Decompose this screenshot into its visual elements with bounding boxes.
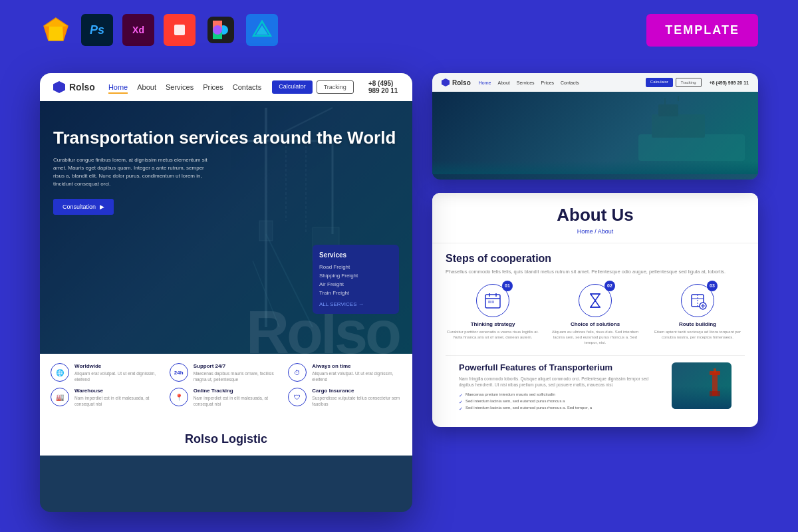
insurance-title: Cargo Insurance <box>312 388 402 394</box>
right-calculator-btn[interactable]: Calculator <box>646 78 673 87</box>
svg-marker-2 <box>44 26 49 41</box>
left-nav-logo: Rolso <box>53 81 95 93</box>
right-nav-about[interactable]: About <box>497 80 509 85</box>
right-nav-links: Home About Services Prices Contacts <box>479 80 579 85</box>
support-icon: 24h <box>170 363 188 382</box>
svg-marker-3 <box>63 26 68 41</box>
step-1-desc: Curabitur porttitor venenatis a veena ri… <box>446 329 540 340</box>
lighthouse-icon <box>703 366 726 399</box>
services-card: Services Road Freight Shipping Freight A… <box>313 245 399 314</box>
hero-title: Transportation services around the World <box>53 128 399 148</box>
time-icon: ⏱ <box>288 363 307 382</box>
calendar-icon <box>483 291 502 310</box>
nav-services[interactable]: Services <box>166 83 194 91</box>
nav-home[interactable]: Home <box>108 83 128 91</box>
service-air[interactable]: Air Freight <box>319 280 392 289</box>
step-3-desc: Etiam aptent taciti sociosqu ad litora t… <box>650 329 745 340</box>
step-3-title: Route building <box>650 321 745 327</box>
powerful-image <box>672 362 732 409</box>
template-badge: TEMPLATE <box>646 14 758 47</box>
features-grid: 🌐 Worldwide Aliquam erat volutpat. Ut ut… <box>51 363 402 407</box>
affinity-icon[interactable] <box>246 14 278 46</box>
svg-rect-47 <box>714 368 716 372</box>
bottom-section: Rolso Logistic <box>40 416 412 456</box>
breadcrumb-about: About <box>598 228 614 235</box>
photoshop-icon[interactable]: Ps <box>81 14 113 46</box>
svg-marker-4 <box>49 27 63 41</box>
right-brand: Rolso <box>452 79 471 86</box>
adobe-xd-icon[interactable]: Xd <box>122 14 154 46</box>
warehouse-icon: 🏭 <box>51 388 69 406</box>
svg-rect-27 <box>658 104 678 116</box>
sketch-icon[interactable] <box>40 14 72 46</box>
svg-rect-23 <box>259 221 273 241</box>
nav-buttons: Calculator Tracking <box>272 80 354 94</box>
about-card: About Us Home / About Steps of cooperati… <box>432 193 758 427</box>
step-2-icon-wrap: 02 <box>579 284 612 317</box>
tracking-button[interactable]: Tracking <box>317 80 354 94</box>
right-nav-home[interactable]: Home <box>479 80 491 85</box>
worldwide-desc: Aliquam erat volutpat. Ut ut erat dignis… <box>74 370 164 382</box>
powerful-item-2: Sed interdum lacinia sem, sed euismod pu… <box>459 398 662 405</box>
feature-tracking: 📍 Online Tracking Nam imperdiet est in e… <box>170 388 283 407</box>
about-header: About Us Home / About <box>432 193 758 243</box>
nav-phone: +8 (495) 989 20 11 <box>368 80 399 94</box>
svg-rect-5 <box>174 25 185 35</box>
steps-grid: 01 Thinking strategy <box>446 284 745 346</box>
about-title: About Us <box>446 205 745 225</box>
worldwide-title: Worldwide <box>74 363 164 369</box>
support-title: Support 24/7 <box>194 363 283 369</box>
all-services-link[interactable]: ALL SERVICES → <box>319 301 392 307</box>
step-3-number: 03 <box>707 281 718 291</box>
about-left-content: Steps of cooperation Phasellus commodo f… <box>446 253 745 418</box>
tool-icons-group: Ps Xd <box>40 14 278 46</box>
svg-rect-48 <box>710 391 720 396</box>
nav-contacts[interactable]: Contacts <box>233 83 261 91</box>
step-2-title: Choice of solutions <box>548 321 642 327</box>
right-nav-btns: Calculator Tracking <box>646 78 702 87</box>
step-1: 01 Thinking strategy <box>446 284 540 346</box>
step-2-desc: Aliquam eu ultrices felis, risus duis. S… <box>548 329 642 346</box>
figma-icon[interactable] <box>205 14 237 46</box>
right-nav-contacts[interactable]: Contacts <box>561 80 579 85</box>
right-tracking-btn[interactable]: Tracking <box>676 78 702 87</box>
step-2: 02 Choice of solutions Aliquam eu ultric… <box>548 284 642 346</box>
nav-about[interactable]: About <box>137 83 156 91</box>
ontime-desc: Aliquam erat volutpat. Ut ut erat dignis… <box>312 370 402 382</box>
main-content: Rolso Home About Services Prices Contact… <box>0 60 798 532</box>
feature-worldwide: 🌐 Worldwide Aliquam erat volutpat. Ut ut… <box>51 363 164 382</box>
right-nav-services[interactable]: Services <box>517 80 535 85</box>
right-nav-prices[interactable]: Prices <box>541 80 554 85</box>
breadcrumb-home[interactable]: Home <box>577 228 593 235</box>
hero-description: Curabitur congue finibus lorem, at digni… <box>53 156 213 188</box>
features-section: 🌐 Worldwide Aliquam erat volutpat. Ut ut… <box>40 354 412 416</box>
step-3-icon-wrap: 03 <box>681 284 714 317</box>
support-desc: Maecenas dapibus mauris ornare, facilisi… <box>194 370 283 382</box>
about-body: Steps of cooperation Phasellus commodo f… <box>432 243 758 427</box>
svg-point-11 <box>213 25 222 35</box>
left-brand-name: Rolso <box>69 82 95 92</box>
feature-ontime: ⏱ Always on time Aliquam erat volutpat. … <box>288 363 402 382</box>
nav-prices[interactable]: Prices <box>203 83 223 91</box>
services-card-title: Services <box>319 251 392 259</box>
package-icon <box>688 291 707 310</box>
powerful-title: Powerfull Features of Transporterium <box>459 362 662 373</box>
svg-rect-28 <box>685 118 698 126</box>
step-3: 03 Route building <box>650 284 745 346</box>
right-logo-icon <box>442 78 450 86</box>
ontime-title: Always on time <box>312 363 402 369</box>
left-nav-links: Home About Services Prices Contacts <box>108 83 261 91</box>
tracking-title: Online Tracking <box>194 388 283 394</box>
service-train[interactable]: Train Freight <box>319 289 392 297</box>
water-overlay <box>432 161 758 174</box>
powerful-left: Powerfull Features of Transporterium Nam… <box>459 362 662 412</box>
powerful-list: Maecenas pretium interdum mauris sed sol… <box>459 392 662 411</box>
rectangle-icon[interactable] <box>164 14 196 46</box>
right-panel: Rolso Home About Services Prices Contact… <box>432 73 758 519</box>
calculator-button[interactable]: Calculator <box>272 80 313 94</box>
service-shipping[interactable]: Shipping Freight <box>319 271 392 280</box>
consultation-button[interactable]: Consultation ▶ <box>53 199 114 215</box>
right-nav-logo: Rolso <box>442 78 471 86</box>
service-road[interactable]: Road Freight <box>319 263 392 271</box>
hourglass-icon <box>586 291 604 310</box>
